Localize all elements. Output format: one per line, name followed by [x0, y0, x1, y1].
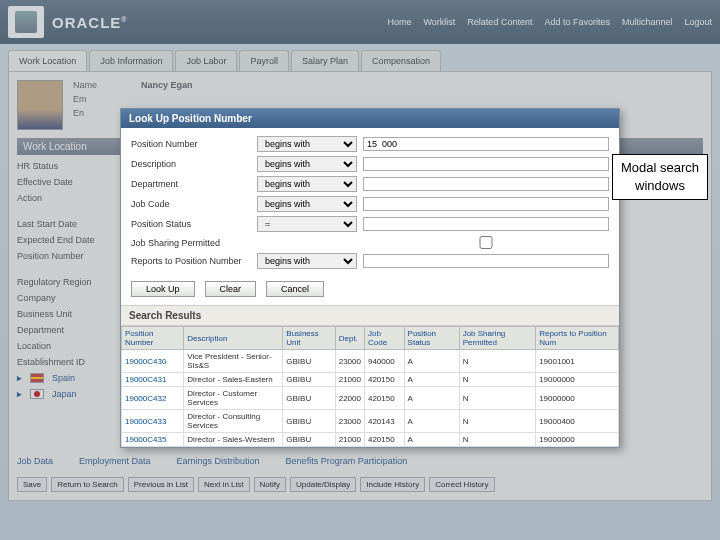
results-table: Position NumberDescriptionBusiness UnitD… [121, 326, 619, 447]
search-label: Position Number [131, 139, 251, 149]
table-row[interactable]: 19000C433Director - Consulting ServicesG… [122, 410, 619, 433]
search-input[interactable] [363, 197, 609, 211]
table-header[interactable]: Position Number [122, 327, 184, 350]
search-op[interactable]: begins with [257, 196, 357, 212]
search-op[interactable]: begins with [257, 253, 357, 269]
table-row[interactable]: 19000C432Director - Customer ServicesGBI… [122, 387, 619, 410]
annotation-callout: Modal searchwindows [612, 154, 708, 200]
table-header[interactable]: Reports to Position Num [536, 327, 619, 350]
table-header[interactable]: Job Code [364, 327, 404, 350]
search-op[interactable]: begins with [257, 176, 357, 192]
search-checkbox[interactable] [363, 236, 609, 249]
search-label: Department [131, 179, 251, 189]
modal-title: Look Up Position Number [121, 109, 619, 128]
search-input[interactable] [363, 217, 609, 231]
table-row[interactable]: 19000C430Vice President - Senior-Sls&SGB… [122, 350, 619, 373]
lookup-modal: Look Up Position Number Position Numberb… [120, 108, 620, 448]
search-input[interactable] [363, 157, 609, 171]
clear-button[interactable]: Clear [205, 281, 257, 297]
search-label: Job Code [131, 199, 251, 209]
search-input[interactable] [363, 254, 609, 268]
table-header[interactable]: Job Sharing Permitted [459, 327, 536, 350]
search-label: Job Sharing Permitted [131, 238, 251, 248]
search-op[interactable]: = [257, 216, 357, 232]
lookup-button[interactable]: Look Up [131, 281, 195, 297]
table-row[interactable]: 19000C435Director - Sales-WesternGBIBU21… [122, 433, 619, 447]
search-op[interactable]: begins with [257, 156, 357, 172]
table-header[interactable]: Business Unit [283, 327, 335, 350]
table-header[interactable]: Dept. [335, 327, 364, 350]
table-header[interactable]: Position Status [404, 327, 459, 350]
search-label: Position Status [131, 219, 251, 229]
cancel-button[interactable]: Cancel [266, 281, 324, 297]
search-op[interactable]: begins with [257, 136, 357, 152]
search-label: Description [131, 159, 251, 169]
results-title: Search Results [121, 305, 619, 326]
search-label: Reports to Position Number [131, 256, 251, 266]
table-row[interactable]: 19000C431Director - Sales-EasternGBIBU21… [122, 373, 619, 387]
search-input[interactable] [363, 137, 609, 151]
table-header[interactable]: Description [184, 327, 283, 350]
search-input[interactable] [363, 177, 609, 191]
